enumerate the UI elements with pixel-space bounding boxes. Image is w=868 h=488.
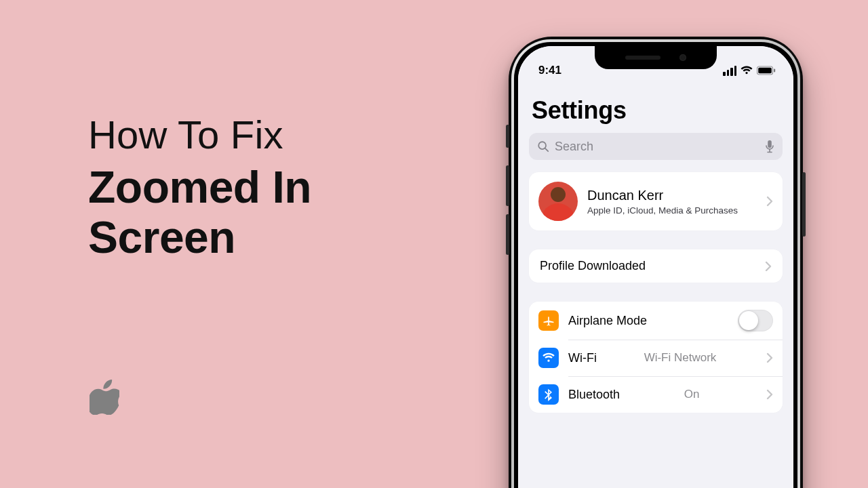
airplane-icon xyxy=(538,310,559,331)
wifi-row[interactable]: Wi-Fi Wi-Fi Network xyxy=(529,340,783,376)
svg-rect-5 xyxy=(768,140,772,148)
chevron-right-icon xyxy=(765,261,772,272)
iphone-screen: 9:41 Settings xyxy=(518,46,793,488)
status-icons xyxy=(723,66,776,76)
headline-line1: How To Fix xyxy=(88,112,311,157)
wifi-value: Wi-Fi Network xyxy=(644,351,719,365)
dictation-icon[interactable] xyxy=(765,140,774,153)
search-input[interactable] xyxy=(555,140,760,154)
front-camera xyxy=(679,54,686,61)
bluetooth-row[interactable]: Bluetooth On xyxy=(529,376,783,413)
airplane-mode-toggle[interactable] xyxy=(738,310,773,331)
account-subtitle: Apple ID, iCloud, Media & Purchases xyxy=(587,205,738,216)
wifi-label: Wi-Fi xyxy=(568,351,597,365)
notch xyxy=(595,46,717,69)
apple-logo-icon xyxy=(90,380,119,415)
profile-downloaded-card: Profile Downloaded xyxy=(529,249,783,283)
bluetooth-value: On xyxy=(684,388,703,401)
apple-id-text: Duncan Kerr Apple ID, iCloud, Media & Pu… xyxy=(587,188,738,216)
iphone-frame: 9:41 Settings xyxy=(509,37,803,488)
avatar xyxy=(538,182,578,221)
headline-line2: Zoomed In Screen xyxy=(88,163,311,263)
apple-id-card: Duncan Kerr Apple ID, iCloud, Media & Pu… xyxy=(529,172,783,230)
battery-icon xyxy=(757,66,776,75)
chevron-right-icon xyxy=(766,389,773,400)
profile-downloaded-label: Profile Downloaded xyxy=(540,259,646,273)
bluetooth-icon xyxy=(538,384,559,405)
cellular-signal-icon xyxy=(723,66,736,76)
settings-content: Settings Du xyxy=(518,83,793,413)
power-button xyxy=(802,172,806,237)
volume-up-button xyxy=(506,165,509,206)
chevron-right-icon xyxy=(766,352,773,363)
page-title: Settings xyxy=(529,83,783,133)
earpiece-speaker xyxy=(625,56,660,60)
search-bar[interactable] xyxy=(529,133,783,160)
airplane-mode-row[interactable]: Airplane Mode xyxy=(529,302,783,340)
thumbnail-stage: How To Fix Zoomed In Screen 9:41 xyxy=(0,0,868,488)
account-name: Duncan Kerr xyxy=(587,188,738,203)
wifi-settings-icon xyxy=(538,348,559,368)
chevron-right-icon xyxy=(766,196,773,207)
volume-down-button xyxy=(506,214,509,255)
headline-block: How To Fix Zoomed In Screen xyxy=(88,112,311,263)
search-icon xyxy=(537,140,549,152)
connectivity-card: Airplane Mode Wi-Fi Wi-Fi Network xyxy=(529,302,783,413)
svg-line-4 xyxy=(545,148,548,151)
svg-rect-1 xyxy=(758,68,772,74)
apple-id-row[interactable]: Duncan Kerr Apple ID, iCloud, Media & Pu… xyxy=(529,172,783,230)
profile-downloaded-row[interactable]: Profile Downloaded xyxy=(529,249,783,283)
airplane-mode-label: Airplane Mode xyxy=(568,314,647,328)
bluetooth-label: Bluetooth xyxy=(568,388,620,402)
status-time: 9:41 xyxy=(538,64,561,77)
wifi-icon xyxy=(741,66,753,75)
mute-switch xyxy=(506,125,509,148)
svg-rect-2 xyxy=(774,69,775,73)
